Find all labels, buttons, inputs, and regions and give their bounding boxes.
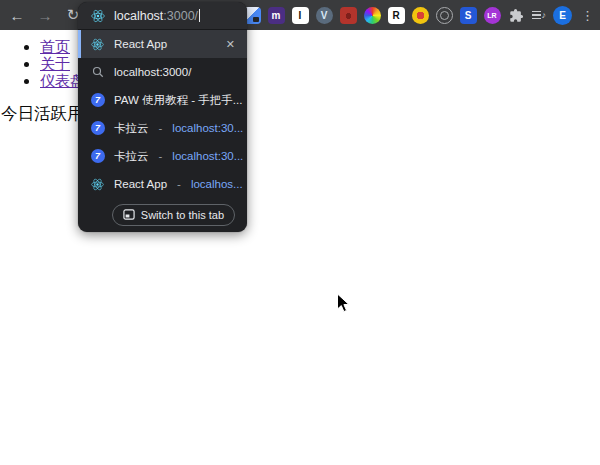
switch-row: Switch to this tab: [78, 198, 247, 231]
address-bar[interactable]: localhost:3000/: [78, 2, 247, 30]
suggestion-react-app-history[interactable]: React App - localhos...: [78, 170, 247, 198]
nav-link-about[interactable]: 关于: [40, 55, 70, 72]
gold-badge-extension-icon[interactable]: [412, 7, 429, 24]
react-favicon-icon: [90, 8, 105, 23]
playlist-bars: [532, 11, 541, 20]
puzzle-extensions-icon[interactable]: [508, 7, 525, 24]
suggestion-title: React App: [114, 38, 167, 50]
suggestion-url: localhos...: [191, 178, 243, 190]
crab-extension-icon[interactable]: [340, 7, 357, 24]
reader-extension-icon[interactable]: R: [388, 7, 405, 24]
nav-buttons: ← → ↻: [0, 4, 82, 26]
s-extension-icon[interactable]: S: [460, 7, 477, 24]
mouse-cursor: [336, 293, 351, 318]
kalacloud-favicon-icon: 7: [90, 121, 105, 136]
suggestion-kalacloud-1[interactable]: 7 卡拉云 - localhost:30...: [78, 114, 247, 142]
suggestion-kalacloud-2[interactable]: 7 卡拉云 - localhost:30...: [78, 142, 247, 170]
suggestion-separator: -: [159, 122, 163, 134]
instapaper-extension-icon[interactable]: I: [292, 7, 309, 24]
suggestion-react-app-selected[interactable]: React App ✕: [78, 30, 247, 58]
url-path: :3000/: [163, 9, 198, 23]
search-icon: [90, 65, 105, 80]
monica-extension-icon[interactable]: m: [268, 7, 285, 24]
react-favicon-icon: [90, 177, 105, 192]
music-note-icon: ♪: [542, 10, 547, 20]
react-favicon-icon: [90, 37, 105, 52]
address-input[interactable]: localhost:3000/: [114, 9, 200, 23]
color-wheel-extension-icon[interactable]: [364, 7, 381, 24]
suggestion-title: PAW 使用教程 - 手把手...: [114, 93, 242, 108]
tab-icon: [123, 209, 135, 220]
extensions-area: m I V R S LR ♪ E ⋮: [244, 0, 597, 30]
v-extension-icon[interactable]: V: [316, 7, 333, 24]
suggestion-title: 卡拉云: [114, 121, 149, 136]
forward-icon[interactable]: →: [36, 4, 54, 26]
browser-menu-icon[interactable]: ⋮: [579, 8, 596, 23]
selection-indicator: [78, 30, 81, 58]
text-caret: [199, 9, 200, 22]
suggestion-search-localhost[interactable]: localhost:3000/: [78, 58, 247, 86]
kalacloud-favicon-icon: 7: [90, 149, 105, 164]
back-icon[interactable]: ←: [8, 4, 26, 26]
suggestion-url: localhost:30...: [172, 122, 243, 134]
suggestion-separator: -: [159, 150, 163, 162]
nav-link-home[interactable]: 首页: [40, 38, 70, 55]
suggestion-paw-tutorial[interactable]: 7 PAW 使用教程 - 手把手...: [78, 86, 247, 114]
url-host: localhost: [114, 9, 163, 23]
omnibox-popup: localhost:3000/ React App ✕ localhost:30…: [78, 2, 247, 232]
suggestion-title: React App: [114, 178, 167, 190]
kalacloud-favicon-icon: 7: [90, 93, 105, 108]
profile-avatar[interactable]: E: [553, 6, 572, 25]
suggestion-title: localhost:3000/: [114, 66, 191, 78]
close-icon[interactable]: ✕: [226, 38, 235, 51]
suggestion-title: 卡拉云: [114, 149, 149, 164]
switch-to-tab-button[interactable]: Switch to this tab: [112, 204, 235, 226]
suggestion-url: localhost:30...: [172, 150, 243, 162]
record-extension-icon[interactable]: [436, 7, 453, 24]
suggestion-separator: -: [177, 178, 181, 190]
media-playlist-icon[interactable]: ♪: [532, 10, 547, 20]
lr-extension-icon[interactable]: LR: [484, 7, 501, 24]
switch-button-label: Switch to this tab: [141, 209, 224, 221]
